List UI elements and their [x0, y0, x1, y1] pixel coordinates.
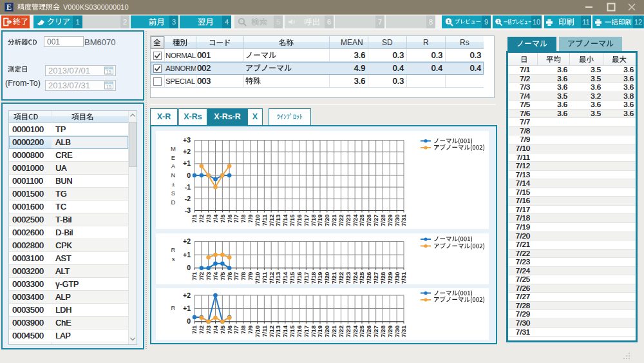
svg-text:1: 1	[447, 19, 450, 25]
svg-text:1: 1	[497, 19, 500, 24]
